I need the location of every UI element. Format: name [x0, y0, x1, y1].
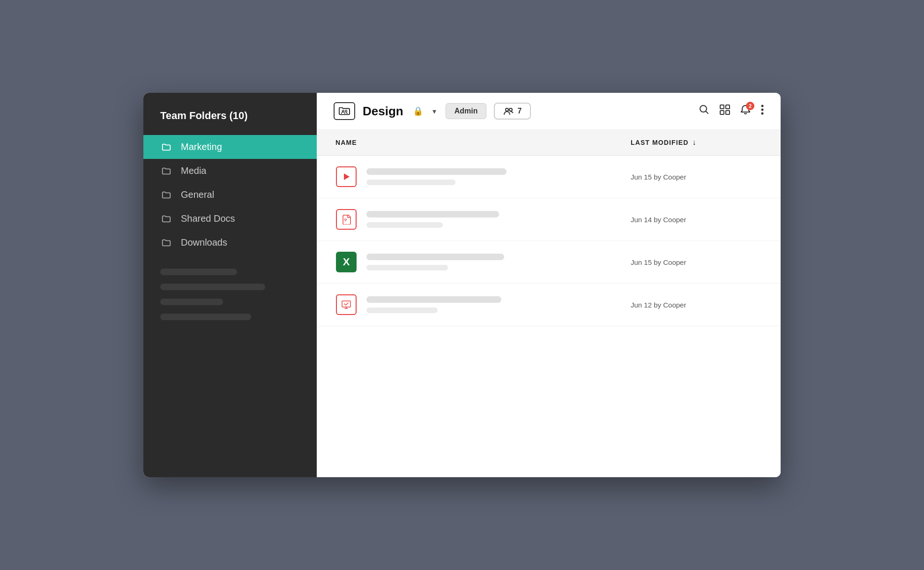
- grid-view-button[interactable]: [720, 105, 730, 118]
- excel-letter: X: [343, 256, 350, 268]
- file-name-bar-2: [366, 211, 499, 218]
- table-row[interactable]: Jun 15 by Cooper: [317, 156, 781, 198]
- sidebar-item-downloads[interactable]: Downloads: [143, 231, 317, 255]
- app-window: Team Folders (10) Marketing Media Genera…: [143, 93, 781, 477]
- table-row[interactable]: Jun 12 by Cooper: [317, 284, 781, 326]
- notification-count-badge: 2: [746, 102, 754, 110]
- svg-rect-6: [726, 105, 730, 109]
- file-sub-bar-3: [366, 265, 448, 270]
- admin-badge-button[interactable]: Admin: [446, 103, 487, 119]
- presentation-icon: [341, 300, 351, 310]
- ppt-file-icon: [336, 294, 357, 315]
- file-icon-video: [335, 166, 357, 188]
- sort-icon[interactable]: ↓: [692, 138, 696, 147]
- more-icon: [761, 105, 764, 115]
- file-name-bar-1: [366, 168, 507, 175]
- sidebar-item-label-downloads: Downloads: [181, 237, 227, 248]
- header-actions: 2: [699, 105, 764, 118]
- file-modified-4: Jun 12 by Cooper: [631, 301, 762, 309]
- folder-icon-general: [160, 190, 172, 200]
- sidebar-item-label-general: General: [181, 189, 214, 200]
- svg-point-9: [761, 105, 764, 107]
- folder-badge-icon: [334, 102, 355, 120]
- sidebar-item-marketing[interactable]: Marketing: [143, 135, 317, 159]
- file-sub-bar-1: [366, 180, 455, 185]
- folder-icon-shared-docs: [160, 214, 172, 224]
- folder-chevron-button[interactable]: ▾: [431, 105, 438, 118]
- play-icon: [342, 172, 351, 181]
- sidebar-item-media[interactable]: Media: [143, 159, 317, 183]
- placeholder-4: [160, 314, 251, 320]
- file-sub-bar-4: [366, 308, 438, 313]
- search-icon: [699, 105, 709, 115]
- file-info-3: [366, 254, 621, 270]
- file-modified-3: Jun 15 by Cooper: [631, 258, 762, 266]
- svg-rect-7: [720, 111, 724, 114]
- file-table: NAME LAST MODIFIED ↓: [317, 130, 781, 477]
- sidebar-item-shared-docs[interactable]: Shared Docs: [143, 207, 317, 231]
- svg-rect-13: [342, 301, 350, 307]
- svg-point-2: [506, 108, 508, 111]
- search-button[interactable]: [699, 105, 709, 118]
- members-count: 7: [517, 107, 522, 115]
- file-icon-ppt: [335, 294, 357, 315]
- col-modified-header: LAST MODIFIED ↓: [631, 138, 762, 147]
- folder-icon-media: [160, 166, 172, 176]
- sidebar-item-label-shared-docs: Shared Docs: [181, 213, 235, 224]
- file-modified-2: Jun 14 by Cooper: [631, 216, 762, 224]
- folder-icon-marketing: [160, 142, 172, 152]
- svg-rect-5: [720, 105, 724, 109]
- file-modified-1: Jun 15 by Cooper: [631, 173, 762, 181]
- svg-point-10: [761, 109, 764, 111]
- sidebar-item-general[interactable]: General: [143, 183, 317, 207]
- members-badge[interactable]: 7: [494, 103, 531, 120]
- sidebar-item-label-media: Media: [181, 165, 206, 176]
- sidebar: Team Folders (10) Marketing Media Genera…: [143, 93, 317, 477]
- sidebar-item-label-marketing: Marketing: [181, 142, 222, 152]
- svg-marker-12: [344, 173, 350, 180]
- pdf-icon: [341, 214, 351, 225]
- file-name-bar-4: [366, 296, 501, 303]
- table-row[interactable]: Jun 14 by Cooper: [317, 198, 781, 241]
- lock-icon: 🔒: [413, 106, 423, 116]
- placeholder-1: [160, 269, 237, 275]
- file-name-bar-3: [366, 254, 504, 260]
- folder-users-icon: [339, 105, 350, 117]
- file-icon-excel: X: [335, 251, 357, 273]
- main-content: Design 🔒 ▾ Admin 7: [317, 93, 781, 477]
- folder-title: Design: [363, 104, 403, 119]
- placeholder-3: [160, 299, 223, 305]
- col-name-header: NAME: [335, 139, 631, 146]
- file-icon-pdf: [335, 209, 357, 230]
- svg-point-1: [345, 110, 347, 112]
- file-info-2: [366, 211, 621, 228]
- header: Design 🔒 ▾ Admin 7: [317, 93, 781, 130]
- notifications-button[interactable]: 2: [740, 105, 751, 118]
- file-info-1: [366, 168, 621, 185]
- excel-file-icon: X: [336, 252, 357, 272]
- more-options-button[interactable]: [761, 105, 764, 118]
- sidebar-extra-items: [143, 259, 317, 330]
- folder-icon-downloads: [160, 238, 172, 248]
- sidebar-title: Team Folders (10): [143, 93, 317, 135]
- placeholder-2: [160, 284, 265, 290]
- svg-point-11: [761, 112, 764, 115]
- file-sub-bar-2: [366, 222, 443, 228]
- svg-point-3: [509, 108, 512, 111]
- members-icon: [503, 107, 514, 115]
- table-header: NAME LAST MODIFIED ↓: [317, 130, 781, 156]
- video-file-icon: [336, 166, 357, 187]
- grid-icon: [720, 105, 730, 115]
- pdf-file-icon: [336, 209, 357, 230]
- svg-rect-8: [726, 111, 730, 114]
- file-info-4: [366, 296, 621, 313]
- table-row[interactable]: X Jun 15 by Cooper: [317, 241, 781, 284]
